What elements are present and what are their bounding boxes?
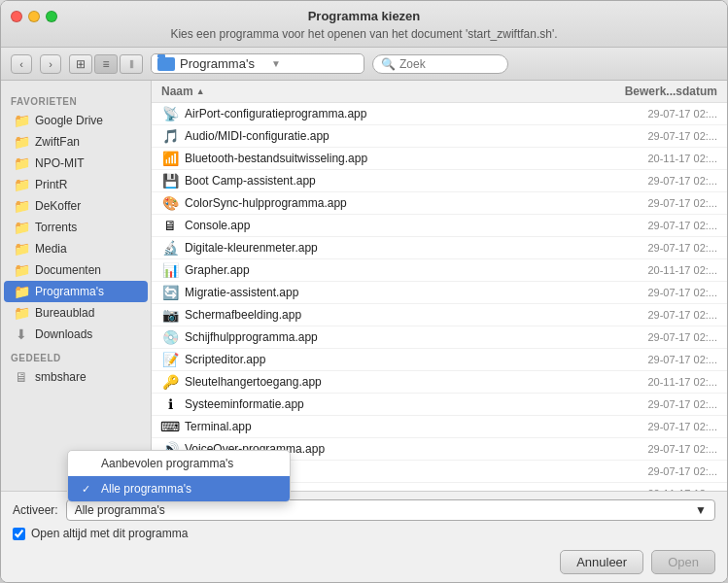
table-row[interactable]: 🔬 Digitale-kleurenmeter.app 29-07-17 02:…: [152, 237, 727, 259]
close-button[interactable]: [11, 11, 22, 22]
table-row[interactable]: 🎨 ColorSync-hulpprogramma.app 29-07-17 0…: [152, 192, 727, 215]
folder-icon: 📁: [14, 220, 29, 235]
file-date: 29-07-17 02:...: [601, 175, 717, 187]
folder-icon: 📁: [14, 262, 29, 278]
shared-section-label: GEDEELD: [1, 345, 151, 366]
file-icon: 🔬: [161, 239, 179, 257]
folder-icon: 📁: [14, 198, 29, 214]
sidebar-item-printr[interactable]: 📁 PrintR: [4, 174, 148, 195]
folder-icon: 📁: [14, 241, 29, 257]
activeer-row: Activeer: Alle programma's ▼: [13, 499, 715, 521]
sidebar-item-smbshare[interactable]: 🖥 smbshare: [4, 366, 148, 388]
file-name: Console.app: [185, 219, 601, 232]
table-row[interactable]: 🔑 Sleutelhangertoegang.app 20-11-17 02:.…: [152, 371, 727, 394]
table-row[interactable]: ℹ Systeeminformatie.app 29-07-17 02:...: [152, 394, 727, 416]
file-icon: 🔑: [161, 373, 179, 391]
chevron-down-icon: ▼: [695, 503, 707, 517]
file-date: 29-07-17 02:...: [601, 331, 717, 343]
sidebar-item-dekoffer[interactable]: 📁 DeKoffer: [4, 195, 148, 217]
chevron-down-icon: ▼: [271, 58, 358, 69]
sidebar-item-npo-mit[interactable]: 📁 NPO-MIT: [4, 153, 148, 174]
file-name: AirPort-configuratieprogramma.app: [185, 107, 601, 120]
cancel-button[interactable]: Annuleer: [560, 550, 643, 574]
file-icon: 🔄: [161, 284, 179, 301]
main-content: FAVORIETEN 📁 Google Drive 📁 ZwiftFan 📁 N…: [1, 81, 727, 491]
table-row[interactable]: 📡 AirPort-configuratieprogramma.app 29-0…: [152, 103, 727, 125]
sidebar-item-bureaublad[interactable]: 📁 Bureaublad: [4, 302, 148, 324]
folder-selector[interactable]: Programma's ▼: [151, 53, 364, 74]
file-date: 29-07-17 02:...: [601, 242, 717, 254]
file-date: 29-07-17 02:...: [601, 354, 717, 365]
sidebar: FAVORIETEN 📁 Google Drive 📁 ZwiftFan 📁 N…: [1, 81, 152, 491]
sidebar-item-media[interactable]: 📁 Media: [4, 238, 148, 259]
sidebar-label: smbshare: [35, 370, 87, 384]
table-row[interactable]: 🎵 Audio/MIDI-configuratie.app 29-07-17 0…: [152, 125, 727, 148]
file-date: 29-07-17 02:...: [601, 197, 717, 209]
table-row[interactable]: 📝 Scripteditor.app 29-07-17 02:...: [152, 349, 727, 371]
col-date-header: Bewerk...sdatum: [601, 85, 717, 98]
dropdown-item-alle[interactable]: ✓ Alle programma's: [68, 476, 290, 501]
sidebar-label: DeKoffer: [35, 199, 81, 213]
file-name: Sleutelhangertoegang.app: [185, 375, 601, 389]
file-icon: 🖥: [161, 217, 179, 234]
sidebar-label: Bureaublad: [35, 306, 94, 320]
sidebar-label: Media: [35, 242, 67, 256]
dropdown-container: Alle programma's ▼: [66, 499, 715, 521]
maximize-button[interactable]: [46, 11, 57, 22]
dropdown-popup: Aanbevolen programma's ✓ Alle programma'…: [67, 450, 291, 502]
window-title: Programma kiezen: [308, 9, 421, 23]
file-date: 20-11-17 02:...: [601, 153, 717, 164]
sidebar-item-programmas[interactable]: 📁 Programma's: [4, 281, 148, 302]
sidebar-item-torrents[interactable]: 📁 Torrents: [4, 217, 148, 238]
sidebar-item-documenten[interactable]: 📁 Documenten: [4, 259, 148, 281]
folder-name: Programma's: [180, 56, 266, 71]
file-icon: ℹ: [161, 395, 179, 413]
always-open-checkbox[interactable]: [13, 528, 25, 540]
file-date: 29-07-17 02:...: [601, 108, 717, 120]
file-date: 29-07-17 02:...: [601, 309, 717, 321]
forward-button[interactable]: ›: [40, 54, 61, 74]
col-name-header: Naam ▲: [161, 85, 601, 98]
table-row[interactable]: 📊 Grapher.app 20-11-17 02:...: [152, 259, 727, 282]
file-list: 📡 AirPort-configuratieprogramma.app 29-0…: [152, 103, 727, 491]
view-list-button[interactable]: ≡: [94, 54, 118, 74]
file-icon: 📊: [161, 261, 179, 279]
view-icon-button[interactable]: ⊞: [69, 54, 92, 74]
file-area: Naam ▲ Bewerk...sdatum 📡 AirPort-configu…: [152, 81, 727, 491]
dropdown-item-aanbevolen[interactable]: Aanbevolen programma's: [68, 451, 290, 476]
file-date: 29-07-17 02:...: [601, 130, 717, 142]
folder-icon: [157, 57, 175, 71]
open-button[interactable]: Open: [651, 550, 715, 574]
table-row[interactable]: ⌨ Terminal.app 29-07-17 02:...: [152, 416, 727, 438]
table-row[interactable]: 📷 Schermafbeelding.app 29-07-17 02:...: [152, 304, 727, 326]
sidebar-item-google-drive[interactable]: 📁 Google Drive: [4, 110, 148, 131]
search-input[interactable]: [399, 57, 500, 71]
action-buttons: Annuleer Open: [13, 550, 715, 574]
table-row[interactable]: 🖥 Console.app 29-07-17 02:...: [152, 215, 727, 237]
file-date: 29-07-17 02:...: [601, 465, 717, 477]
file-name: Schermafbeelding.app: [185, 308, 601, 322]
sidebar-label: Downloads: [35, 327, 92, 341]
table-row[interactable]: 📶 Bluetooth-bestandsuitwisseling.app 20-…: [152, 148, 727, 170]
file-name: Systeeminformatie.app: [185, 397, 601, 411]
always-open-label: Open altijd met dit programma: [31, 527, 188, 540]
back-button[interactable]: ‹: [11, 54, 32, 74]
window: Programma kiezen Kies een programma voor…: [0, 0, 728, 583]
sidebar-label: Programma's: [35, 285, 104, 298]
file-name: Bluetooth-bestandsuitwisseling.app: [185, 152, 601, 165]
file-name: ColorSync-hulpprogramma.app: [185, 196, 601, 210]
sidebar-item-downloads[interactable]: ⬇ Downloads: [4, 324, 148, 345]
table-row[interactable]: 🔄 Migratie-assistent.app 29-07-17 02:...: [152, 282, 727, 304]
table-row[interactable]: 💿 Schijfhulpprogramma.app 29-07-17 02:..…: [152, 326, 727, 349]
program-dropdown[interactable]: Alle programma's ▼: [66, 499, 715, 521]
minimize-button[interactable]: [28, 11, 40, 22]
sidebar-label: ZwiftFan: [35, 135, 80, 149]
folder-icon: 📁: [14, 155, 29, 171]
sidebar-item-zwiftfan[interactable]: 📁 ZwiftFan: [4, 131, 148, 153]
file-name: Grapher.app: [185, 263, 601, 277]
file-name: Scripteditor.app: [185, 353, 601, 366]
table-row[interactable]: 💾 Boot Camp-assistent.app 29-07-17 02:..…: [152, 170, 727, 192]
search-icon: 🔍: [381, 57, 396, 71]
search-box[interactable]: 🔍: [372, 54, 508, 74]
view-column-button[interactable]: ⦀: [120, 54, 143, 74]
